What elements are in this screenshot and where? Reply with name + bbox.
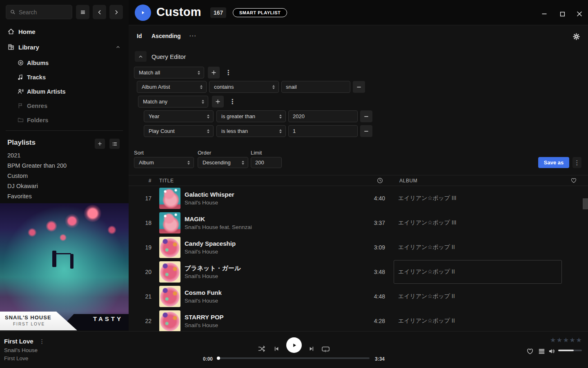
sidebar-item-folders[interactable]: Folders bbox=[0, 113, 129, 127]
match-type-select[interactable]: Match any bbox=[138, 96, 208, 108]
seek-bar[interactable] bbox=[218, 357, 370, 359]
order-select[interactable]: Descending bbox=[198, 157, 248, 168]
star-icon[interactable]: ★ bbox=[557, 337, 563, 343]
sidebar-item-home[interactable]: Home bbox=[0, 25, 129, 38]
more-options-icon[interactable]: ⋯ bbox=[189, 31, 196, 40]
add-playlist-button[interactable] bbox=[95, 139, 105, 149]
sidebar-item-tracks[interactable]: Tracks bbox=[0, 70, 129, 84]
track-artist[interactable]: Snail's House feat. Sennzai bbox=[185, 223, 355, 231]
seek-knob[interactable] bbox=[217, 357, 220, 360]
track-title[interactable]: STARRY POP bbox=[185, 313, 355, 321]
shuffle-button[interactable] bbox=[258, 346, 266, 352]
sidebar-item-genres[interactable]: Genres bbox=[0, 99, 129, 112]
sidebar-item-library[interactable]: Library bbox=[0, 40, 129, 54]
play-pause-button[interactable] bbox=[286, 337, 302, 353]
nav-forward-button[interactable] bbox=[109, 5, 123, 19]
table-row[interactable]: 22 STARRY POP Snail's House 4:28 エイリアン☆ポ… bbox=[129, 309, 588, 331]
track-album[interactable]: エイリアン☆ポップ II bbox=[398, 268, 455, 276]
now-playing-title[interactable]: First Love bbox=[4, 338, 33, 345]
star-icon[interactable]: ★ bbox=[570, 337, 576, 343]
repeat-button[interactable] bbox=[322, 346, 330, 352]
remove-rule-button[interactable] bbox=[360, 110, 372, 122]
rule-field-select[interactable]: Play Count bbox=[144, 125, 214, 137]
add-rule-button[interactable] bbox=[208, 67, 220, 79]
query-editor-collapse-button[interactable] bbox=[135, 51, 147, 62]
rule-value-input[interactable] bbox=[281, 81, 350, 93]
sidebar-item-album-artists[interactable]: Album Artists bbox=[0, 85, 129, 98]
chevron-up-icon[interactable] bbox=[116, 45, 120, 49]
rule-operator-select[interactable]: contains bbox=[209, 81, 279, 93]
next-button[interactable] bbox=[309, 346, 314, 352]
save-options-kebab[interactable]: ⋮ bbox=[572, 157, 581, 168]
match-type-select[interactable]: Match all bbox=[134, 67, 204, 79]
group-options-kebab[interactable]: ⋮ bbox=[229, 98, 236, 105]
track-artist[interactable]: Snail's House bbox=[185, 199, 355, 206]
track-artist[interactable]: Snail's House bbox=[185, 248, 355, 256]
save-as-button[interactable]: Save as bbox=[538, 157, 569, 168]
track-title[interactable]: Galactic Whisper bbox=[185, 191, 355, 199]
star-icon[interactable]: ★ bbox=[563, 337, 570, 343]
table-row[interactable]: 21 Cosmo Funk Snail's House 4:48 エイリアン☆ポ… bbox=[129, 284, 588, 309]
track-album[interactable]: エイリアン☆ポップ II bbox=[398, 317, 455, 325]
limit-input[interactable] bbox=[251, 157, 282, 168]
rule-operator-select[interactable]: is greater than bbox=[216, 110, 286, 122]
playlist-item[interactable]: Favorites bbox=[7, 193, 114, 202]
track-artist[interactable]: Snail's House bbox=[185, 272, 355, 280]
nav-back-button[interactable] bbox=[93, 5, 106, 19]
table-row[interactable]: 18 MAGIK Snail's House feat. Sennzai 3:3… bbox=[129, 211, 588, 235]
star-icon[interactable]: ★ bbox=[550, 337, 557, 343]
sort-select[interactable]: Album bbox=[134, 157, 194, 168]
rule-field-select[interactable]: Album Artist bbox=[137, 81, 207, 93]
add-rule-button[interactable] bbox=[212, 96, 224, 108]
column-header-index[interactable]: # bbox=[129, 178, 156, 184]
sort-field-button[interactable]: Id bbox=[137, 33, 142, 39]
queue-icon[interactable] bbox=[539, 349, 545, 354]
sidebar-item-albums[interactable]: Albums bbox=[0, 56, 129, 70]
now-playing-artist[interactable]: Snail's House bbox=[4, 347, 38, 353]
rule-value-input[interactable] bbox=[288, 110, 358, 122]
menu-button[interactable] bbox=[76, 5, 89, 19]
window-maximize-button[interactable] bbox=[558, 10, 566, 18]
sort-direction-button[interactable]: Ascending bbox=[151, 33, 181, 39]
window-minimize-button[interactable] bbox=[540, 10, 548, 18]
rating-stars[interactable]: ★★★★★ bbox=[550, 336, 582, 344]
previous-button[interactable] bbox=[274, 346, 279, 352]
track-artist[interactable]: Snail's House bbox=[185, 297, 355, 305]
favorite-column-heart-icon[interactable] bbox=[571, 178, 588, 183]
play-playlist-button[interactable] bbox=[135, 4, 151, 21]
window-close-button[interactable] bbox=[575, 10, 584, 18]
volume-icon[interactable] bbox=[548, 348, 555, 354]
group-options-kebab[interactable]: ⋮ bbox=[225, 69, 232, 76]
duration-column-clock-icon[interactable] bbox=[377, 177, 388, 184]
favorite-heart-icon[interactable] bbox=[527, 348, 533, 355]
remove-rule-button[interactable] bbox=[360, 125, 372, 137]
scrollbar-thumb[interactable] bbox=[583, 198, 588, 209]
track-title[interactable]: Candy Spaceship bbox=[185, 240, 355, 248]
track-album[interactable]: エイリアン☆ポップ II bbox=[398, 293, 455, 300]
track-title[interactable]: MAGIK bbox=[185, 215, 355, 223]
track-album[interactable]: エイリアン☆ポップ II bbox=[398, 244, 455, 251]
now-playing-album[interactable]: First Love bbox=[4, 355, 28, 361]
table-row[interactable]: 20 プラネット・ガール Snail's House 3:48 エイリアン☆ポッ… bbox=[129, 260, 588, 284]
column-header-title[interactable]: TITLE bbox=[156, 178, 185, 184]
rule-operator-select[interactable]: is less than bbox=[216, 125, 286, 137]
track-title[interactable]: Cosmo Funk bbox=[185, 289, 355, 297]
search-input[interactable] bbox=[19, 9, 68, 16]
track-album[interactable]: エイリアン☆ポップ III bbox=[398, 219, 457, 227]
playlist-item[interactable]: Custom bbox=[7, 173, 114, 182]
playlist-item[interactable]: 2021 bbox=[7, 152, 114, 162]
now-playing-cover-art[interactable]: SNAIL'S HOUSE FIRST LOVE TASTY bbox=[0, 203, 129, 330]
column-header-album[interactable]: ALBUM bbox=[388, 178, 564, 184]
track-album[interactable]: エイリアン☆ポップ III bbox=[398, 195, 457, 202]
volume-slider[interactable] bbox=[558, 350, 582, 351]
star-icon[interactable]: ★ bbox=[576, 337, 582, 343]
gear-icon[interactable] bbox=[572, 33, 580, 40]
rule-value-input[interactable] bbox=[288, 125, 358, 137]
playlist-item[interactable]: BPM Greater than 200 bbox=[7, 162, 114, 172]
playlist-item[interactable]: DJ Okawari bbox=[7, 183, 114, 192]
remove-rule-button[interactable] bbox=[353, 81, 365, 93]
track-artist[interactable]: Snail's House bbox=[185, 321, 355, 329]
track-title[interactable]: プラネット・ガール bbox=[185, 264, 355, 272]
manage-playlists-button[interactable] bbox=[109, 139, 120, 149]
table-row[interactable]: 17 Galactic Whisper Snail's House 4:40 エ… bbox=[129, 186, 588, 211]
